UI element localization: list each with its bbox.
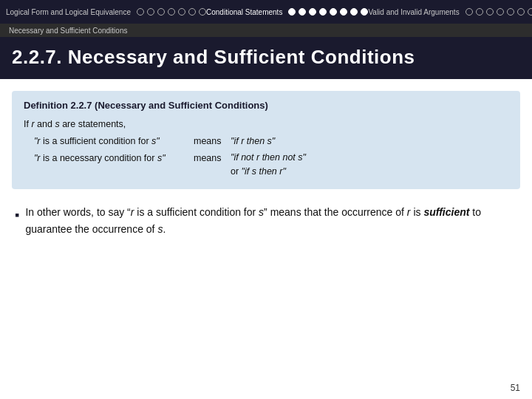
nav-dot-3-7 [528,8,532,16]
row2-result: "if not r then not s" or "if s then r" [231,151,508,179]
nav-dot-2-5 [330,8,337,16]
nav-section-label-1: Logical Form and Logical Equivalence [6,8,131,16]
row1-result: "if r then s" [231,134,508,149]
definition-title: Definition 2.2.7 (Necessary and Sufficie… [24,100,508,111]
nav-dot-2-1 [288,8,296,16]
breadcrumb-text: Necessary and Sufficient Conditions [9,27,127,35]
top-navigation: Logical Form and Logical Equivalence Con… [0,0,532,24]
nav-dot-3-4 [497,8,504,16]
nav-dot-2-6 [340,8,347,16]
nav-dot-1-7 [199,8,206,16]
nav-dot-2-4 [319,8,327,16]
nav-dot-1-3 [157,8,165,16]
row1-label: "r is a sufficient condition for s" [24,134,194,149]
definition-row-1: "r is a sufficient condition for s" mean… [24,134,508,149]
nav-section-valid-invalid[interactable]: Valid and Invalid Arguments [368,8,532,16]
nav-section-label-2: Conditional Statements [206,8,282,16]
nav-dot-3-2 [476,8,483,16]
nav-dot-2-3 [309,8,316,16]
nav-dot-1-6 [188,8,196,16]
nav-dot-3-6 [517,8,525,16]
bullet-text: In other words, to say “r is a sufficien… [25,204,517,238]
definition-body: If r and s are statements, "r is a suffi… [24,117,508,179]
nav-dot-2-2 [299,8,306,16]
nav-dot-3-1 [466,8,473,16]
nav-dot-3-3 [486,8,494,16]
bullet-icon: ▪ [15,205,19,227]
nav-section-label-3: Valid and Invalid Arguments [368,8,459,16]
nav-dot-2-7 [350,8,358,16]
page-title: 2.2.7. Necessary and Sufficient Conditio… [12,46,520,69]
bullet-item-1: ▪ In other words, to say “r is a suffici… [15,204,517,238]
page-number: 51 [511,383,520,393]
row2-label: "r is a necessary condition for s" [24,151,194,166]
bullet-section: ▪ In other words, to say “r is a suffici… [12,201,520,238]
breadcrumb: Necessary and Sufficient Conditions [0,24,532,37]
definition-intro: If r and s are statements, [24,117,508,132]
main-content: Definition 2.2.7 (Necessary and Sufficie… [0,79,532,250]
definition-box: Definition 2.2.7 (Necessary and Sufficie… [12,91,520,189]
nav-dot-2-8 [361,8,368,16]
nav-dot-1-1 [137,8,144,16]
nav-dot-1-2 [147,8,154,16]
nav-section-logical-form[interactable]: Logical Form and Logical Equivalence [6,8,206,16]
nav-dot-1-4 [168,8,175,16]
definition-row-2: "r is a necessary condition for s" means… [24,151,508,179]
nav-section-conditional[interactable]: Conditional Statements [206,8,368,16]
row1-connector: means [194,134,231,149]
nav-dot-3-5 [507,8,514,16]
nav-dot-1-5 [178,8,185,16]
row2-connector: means [194,151,231,166]
page-title-section: 2.2.7. Necessary and Sufficient Conditio… [0,37,532,79]
